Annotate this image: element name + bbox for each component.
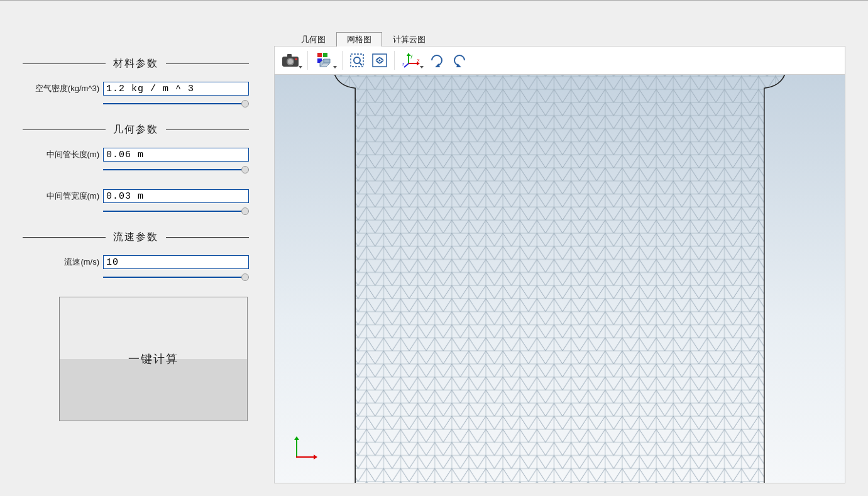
air-density-slider[interactable]	[103, 98, 249, 109]
divider	[23, 237, 106, 238]
slider-track	[103, 169, 249, 170]
svg-text:x: x	[417, 58, 420, 62]
tab-mesh[interactable]: 网格图	[336, 32, 382, 47]
pipe-width-slider[interactable]	[103, 206, 249, 217]
velocity-slider[interactable]	[103, 272, 249, 283]
svg-rect-6	[323, 53, 327, 57]
zoom-extents-button[interactable]	[369, 48, 390, 72]
tab-cloud[interactable]: 计算云图	[382, 32, 436, 47]
tab-geometry[interactable]: 几何图	[290, 32, 336, 47]
svg-point-4	[295, 58, 297, 60]
velocity-label: 流速(m/s)	[23, 256, 99, 268]
pipe-length-label: 中间管长度(m)	[23, 149, 99, 160]
section-title-velocity: 流速参数	[113, 231, 158, 244]
svg-line-13	[360, 63, 362, 65]
pipe-length-input[interactable]	[103, 148, 249, 162]
cube-options-icon	[317, 53, 332, 68]
air-density-label: 空气密度(kg/m^3)	[23, 83, 99, 94]
svg-marker-9	[324, 59, 330, 63]
param-pipe-width: 中间管宽度(m)	[23, 189, 249, 203]
svg-rect-5	[317, 53, 322, 57]
slider-track	[103, 211, 249, 212]
snapshot-button[interactable]	[277, 48, 304, 72]
y-axis-icon	[296, 440, 297, 458]
graphics-viewport[interactable]	[274, 75, 845, 483]
mesh-geometry	[332, 75, 787, 483]
divider	[166, 63, 249, 64]
pipe-width-input[interactable]	[103, 189, 249, 203]
zoom-box-button[interactable]	[346, 48, 368, 72]
slider-thumb[interactable]	[241, 166, 249, 174]
dropdown-icon	[333, 66, 337, 69]
dropdown-icon	[420, 66, 424, 69]
rotate-cw-icon	[429, 52, 445, 69]
divider	[23, 130, 106, 130]
sidebar: 材料参数 空气密度(kg/m^3) 几何参数 中间管长度(m) 中间管宽度(m)	[23, 32, 249, 483]
svg-point-15	[379, 60, 381, 62]
divider	[166, 237, 249, 238]
graphics-options-button[interactable]	[312, 48, 338, 72]
param-velocity: 流速(m/s)	[23, 255, 249, 269]
rotate-ccw-icon	[451, 52, 468, 69]
air-density-input[interactable]	[103, 82, 249, 96]
toolbar-separator	[394, 51, 395, 70]
axis-gizmo	[290, 439, 315, 464]
slider-track	[103, 277, 249, 278]
zoom-box-icon	[349, 53, 365, 68]
svg-text:z: z	[402, 62, 405, 66]
svg-point-12	[354, 57, 360, 63]
divider	[166, 130, 249, 130]
svg-text:y: y	[410, 53, 413, 58]
slider-thumb[interactable]	[241, 207, 249, 215]
section-material-heading: 材料参数	[23, 57, 249, 70]
calculate-button[interactable]: 一键计算	[59, 297, 248, 421]
axes-icon: y x z	[402, 52, 421, 69]
param-pipe-length: 中间管长度(m)	[23, 148, 249, 162]
graphics-toolbar: y x z	[274, 46, 845, 75]
toolbar-separator	[342, 51, 343, 70]
calculate-button-label: 一键计算	[128, 351, 179, 366]
dropdown-icon	[299, 66, 302, 69]
pipe-length-slider[interactable]	[103, 164, 249, 175]
slider-thumb[interactable]	[241, 100, 249, 107]
zoom-extents-icon	[371, 53, 388, 68]
velocity-input[interactable]	[103, 255, 249, 269]
x-axis-icon	[296, 456, 314, 458]
svg-rect-26	[332, 75, 787, 483]
section-velocity-heading: 流速参数	[23, 231, 249, 244]
toolbar-separator	[307, 51, 308, 70]
rotate-cw-button[interactable]	[426, 48, 448, 72]
svg-line-20	[404, 63, 409, 67]
section-geometry-heading: 几何参数	[23, 123, 249, 136]
slider-track	[103, 103, 249, 104]
param-air-density: 空气密度(kg/m^3)	[23, 82, 249, 96]
axes-orientation-button[interactable]: y x z	[398, 48, 425, 72]
svg-rect-1	[287, 54, 292, 57]
section-title-geometry: 几何参数	[113, 123, 158, 136]
slider-thumb[interactable]	[241, 273, 249, 281]
divider	[23, 63, 106, 64]
camera-icon	[282, 53, 299, 67]
pipe-width-label: 中间管宽度(m)	[23, 190, 99, 202]
main-panel: 几何图 网格图 计算云图	[274, 32, 845, 483]
rotate-ccw-button[interactable]	[449, 48, 470, 72]
svg-point-3	[288, 59, 293, 64]
tab-strip: 几何图 网格图 计算云图	[274, 32, 845, 46]
section-title-material: 材料参数	[113, 57, 158, 70]
